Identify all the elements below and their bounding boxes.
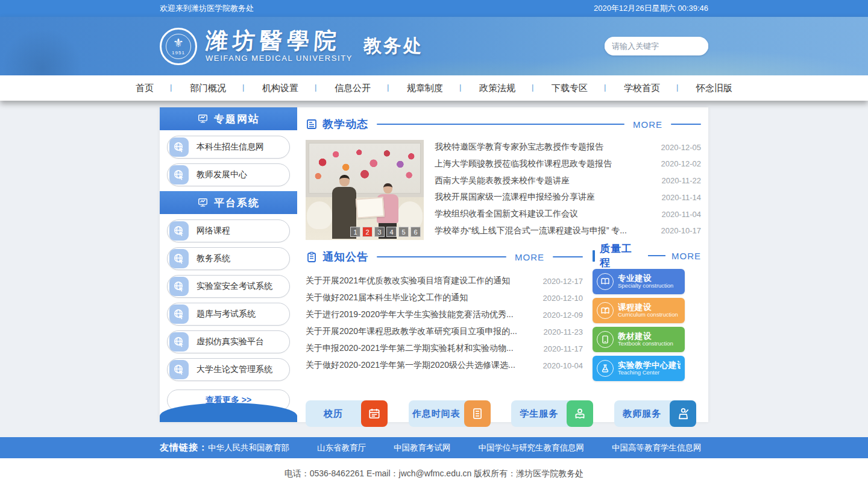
nav-item[interactable]: 学校首页 — [606, 83, 678, 94]
notice-item-title: 关于做好2021届本科生毕业论文工作的通知 — [306, 292, 468, 303]
nav-item[interactable]: 规章制度 — [389, 83, 461, 94]
quicklink[interactable]: 作息时间表 — [409, 400, 491, 427]
news-section-title: 教学动态 — [322, 117, 368, 131]
news-item-date: 2020-11-04 — [661, 210, 701, 219]
friend-link[interactable]: 中国高等教育学生信息网 — [612, 443, 702, 453]
news-item[interactable]: 上海大学顾骏教授莅临我校作课程思政专题报告2020-12-02 — [435, 159, 701, 169]
top-bar: 欢迎来到潍坊医学院教务处 2020年12月26日星期六 00:39:46 — [0, 0, 868, 17]
carousel-page-2[interactable]: 2 — [362, 227, 373, 237]
quality-more-link[interactable]: MORE — [671, 251, 701, 261]
quicklink-label: 学生服务 — [511, 408, 567, 420]
search-input[interactable] — [605, 42, 708, 51]
sidebar-link[interactable]: 网络课程 — [167, 219, 290, 242]
globe-cursor-icon — [169, 165, 189, 185]
quicklink[interactable]: 校历 — [306, 400, 388, 427]
quality-card[interactable]: 课程建设Curriculum construction — [593, 298, 685, 323]
carousel-pagination: 123456 — [350, 227, 421, 237]
news-item[interactable]: 学校组织收看全国新文科建设工作会议2020-11-04 — [435, 209, 701, 219]
news-icon — [306, 118, 318, 130]
datetime-text: 2020年12月26日星期六 00:39:46 — [594, 3, 708, 14]
news-carousel-photo[interactable]: 123456 — [306, 140, 424, 240]
divider — [648, 255, 665, 256]
carousel-page-6[interactable]: 6 — [410, 227, 421, 237]
sidebar-link-label: 教务系统 — [197, 253, 230, 264]
footer-links-bar: 友情链接： 中华人民共和国教育部山东省教育厅中国教育考试网中国学位与研究生教育信… — [0, 437, 868, 458]
notice-item-date: 2020-12-09 — [543, 311, 583, 320]
notice-item-date: 2020-12-10 — [543, 294, 583, 303]
notice-item[interactable]: 关于进行2019-2020学年大学生实验技能竞赛活动优秀...2020-12-0… — [306, 306, 583, 323]
carousel-page-5[interactable]: 5 — [398, 227, 409, 237]
news-item[interactable]: 学校举办“线上线下混合式一流课程建设与申报” 专...2020-10-17 — [435, 226, 701, 236]
quality-card-label: 专业建设 — [618, 274, 673, 283]
quicklink[interactable]: 学生服务 — [511, 400, 593, 427]
divider — [377, 124, 624, 125]
copyright-text: 电话：0536-8462261 E-mail：jwch@wfmc.edu.cn … — [0, 458, 868, 489]
university-name-en: WEIFANG MEDICAL UNIVERSITY — [206, 54, 353, 63]
quality-card[interactable]: 教材建设Textbook construction — [593, 327, 685, 352]
news-item-title: 学校组织收看全国新文科建设工作会议 — [435, 209, 578, 219]
notice-item[interactable]: 关于申报2020-2021学年第二学期实验耗材和实验动物...2020-11-1… — [306, 340, 583, 357]
quality-card-label: 教材建设 — [618, 332, 673, 341]
tablet-icon — [600, 334, 611, 345]
quality-section: 质量工程 MORE 专业建设Specialty construction 课程建… — [593, 246, 701, 381]
nav-item[interactable]: 信息公开 — [316, 83, 389, 94]
sidebar-link[interactable]: 教师发展中心 — [167, 163, 290, 186]
quality-card-sublabel: Teaching Center — [618, 370, 681, 376]
globe-cursor-icon — [169, 249, 189, 268]
sidebar-link[interactable]: 本科生招生信息网 — [167, 136, 290, 159]
notice-item[interactable]: 关于开展2020年课程思政教学改革研究项目立项申报的...2020-11-23 — [306, 323, 583, 340]
sidebar-link[interactable]: 虚拟仿真实验平台 — [167, 330, 290, 353]
news-item[interactable]: 我校特邀医学教育专家孙宝志教授作专题报告2020-12-05 — [435, 142, 701, 153]
nav-item[interactable]: 政策法规 — [461, 83, 533, 94]
nav-item[interactable]: 机构设置 — [244, 83, 316, 94]
notices-section-title: 通知公告 — [322, 250, 368, 264]
open-book-icon — [600, 276, 611, 287]
quality-card[interactable]: 实验教学中心建设Teaching Center — [593, 356, 685, 381]
main-nav-list: 首页部门概况机构设置信息公开规章制度政策法规下载专区学校首页怀念旧版 — [118, 83, 750, 94]
sidebar-link[interactable]: 题库与考试系统 — [167, 303, 290, 326]
page-background: 专题网站本科生招生信息网教师发展中心平台系统网络课程教务系统实验室安全考试系统题… — [0, 101, 868, 437]
sidebar-link[interactable]: 大学生论文管理系统 — [167, 358, 290, 381]
news-more-link[interactable]: MORE — [633, 119, 662, 130]
logo[interactable]: ⚜ 1951 潍坊醫學院 WEIFANG MEDICAL UNIVERSITY … — [160, 28, 423, 65]
clipboard-icon — [306, 251, 318, 263]
sidebar-link[interactable]: 实验室安全考试系统 — [167, 275, 290, 298]
sidebar-link-label: 大学生论文管理系统 — [197, 364, 272, 375]
news-item-date: 2020-11-14 — [661, 193, 701, 202]
sidebar-link-label: 题库与考试系统 — [197, 309, 256, 320]
certificate — [356, 197, 385, 218]
notice-item-title: 关于开展2020年课程思政教学改革研究项目立项申报的... — [306, 326, 517, 337]
news-item[interactable]: 西南大学吴能表教授来校作专题讲座2020-11-22 — [435, 175, 701, 186]
sidebar-link[interactable]: 教务系统 — [167, 247, 290, 270]
friend-link[interactable]: 中华人民共和国教育部 — [208, 443, 289, 453]
notice-item[interactable]: 关于做好2021届本科生毕业论文工作的通知2020-12-10 — [306, 289, 583, 306]
globe-cursor-icon — [169, 332, 189, 352]
news-item-date: 2020-11-22 — [661, 176, 701, 185]
carousel-page-3[interactable]: 3 — [374, 227, 385, 237]
quicklink-label: 作息时间表 — [409, 408, 464, 420]
notices-section: 通知公告 MORE 关于开展2021年优质教改实验项目培育建设工作的通知2020… — [306, 246, 583, 381]
friend-link[interactable]: 山东省教育厅 — [317, 443, 366, 453]
news-list: 我校特邀医学教育专家孙宝志教授作专题报告2020-12-05上海大学顾骏教授莅临… — [435, 140, 701, 240]
sidebar-link-label: 本科生招生信息网 — [197, 142, 264, 153]
nav-item[interactable]: 部门概况 — [172, 83, 244, 94]
notices-more-link[interactable]: MORE — [515, 252, 544, 262]
quality-card[interactable]: 专业建设Specialty construction — [593, 269, 685, 294]
notice-item[interactable]: 关于开展2021年优质教改实验项目培育建设工作的通知2020-12-17 — [306, 273, 583, 289]
notice-list: 关于开展2021年优质教改实验项目培育建设工作的通知2020-12-17关于做好… — [306, 273, 583, 374]
carousel-page-4[interactable]: 4 — [386, 227, 397, 237]
carousel-page-1[interactable]: 1 — [350, 227, 360, 237]
friend-link[interactable]: 中国学位与研究生教育信息网 — [479, 443, 585, 453]
site-header: ⚜ 1951 潍坊醫學院 WEIFANG MEDICAL UNIVERSITY … — [0, 17, 868, 75]
nav-item[interactable]: 怀念旧版 — [678, 83, 750, 94]
search-box — [605, 37, 708, 55]
friend-link[interactable]: 中国教育考试网 — [394, 443, 451, 453]
notices-section-header: 通知公告 MORE — [306, 246, 583, 268]
sidebar-section-header: 平台系统 — [160, 191, 297, 214]
nav-item[interactable]: 首页 — [118, 83, 172, 94]
notice-item[interactable]: 关于做好2020-2021学年第一学期2020级公共选修课选...2020-10… — [306, 357, 583, 374]
quicklink[interactable]: 教师服务 — [614, 400, 696, 427]
nav-item[interactable]: 下载专区 — [533, 83, 606, 94]
globe-cursor-icon — [169, 360, 189, 379]
news-item[interactable]: 我校开展国家级一流课程申报经验分享讲座2020-11-14 — [435, 192, 701, 203]
